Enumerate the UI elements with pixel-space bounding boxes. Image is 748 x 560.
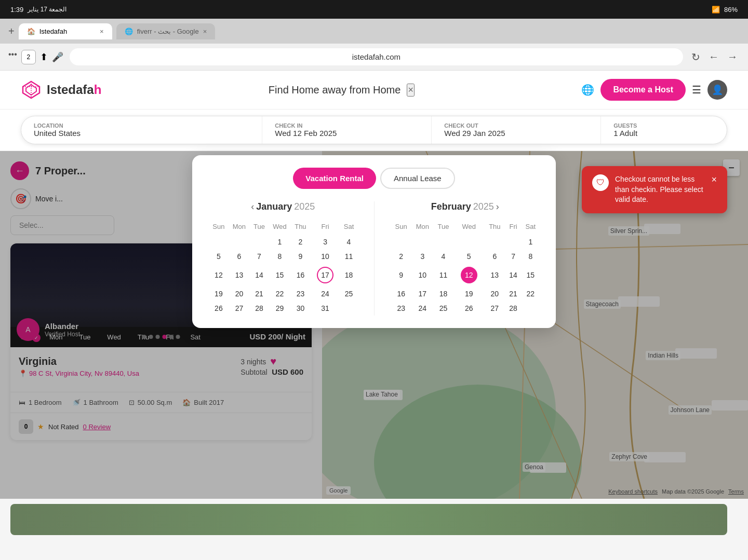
jan-d-1[interactable]: 1 [269, 235, 291, 249]
jan-d-6[interactable]: 6 [229, 249, 250, 264]
tab-count-btn[interactable]: 2 [21, 50, 36, 64]
jan-d-11[interactable]: 11 [340, 249, 357, 264]
feb-d-22[interactable]: 22 [522, 286, 539, 301]
vacation-rental-tab[interactable]: Vacation Rental [293, 168, 376, 189]
checkout-value: Wed 29 Jan 2025 [444, 129, 588, 138]
jan-d-4[interactable]: 4 [340, 235, 357, 249]
jan-d-8[interactable]: 8 [269, 249, 291, 264]
globe-btn[interactable]: 🌐 [581, 84, 594, 96]
feb-d-7[interactable]: 7 [504, 249, 522, 264]
shield-icon: 🛡 [596, 178, 605, 187]
feb-d-11[interactable]: 11 [434, 264, 453, 286]
jan-d-23[interactable]: 23 [291, 286, 310, 301]
share-btn[interactable]: ⬆ [40, 50, 48, 64]
jan-d-7[interactable]: 7 [250, 249, 269, 264]
menu-btn[interactable]: ☰ [692, 84, 701, 96]
jan-d-26[interactable]: 26 [209, 301, 229, 316]
feb-d-27[interactable]: 27 [485, 301, 504, 316]
jan-d-20[interactable]: 20 [229, 286, 250, 301]
january-calendar: ‹ January 2025 Sun Mon Tue Wed [209, 201, 357, 316]
feb-d-6[interactable]: 6 [485, 249, 504, 264]
feb-d-23[interactable]: 23 [391, 301, 411, 316]
jan-d-19[interactable]: 19 [209, 286, 229, 301]
feb-d-18[interactable]: 18 [434, 286, 453, 301]
jan-d-29[interactable]: 29 [269, 301, 291, 316]
feb-d-19[interactable]: 19 [453, 286, 485, 301]
february-year: 2025 [473, 201, 494, 212]
jan-d-10[interactable]: 10 [310, 249, 341, 264]
jan-d-2[interactable]: 2 [291, 235, 310, 249]
mic-btn[interactable]: 🎤 [52, 50, 63, 64]
jan-d-13[interactable]: 13 [229, 264, 250, 286]
jan-d-16[interactable]: 16 [291, 264, 310, 286]
checkout-field[interactable]: Check Out Wed 29 Jan 2025 [432, 116, 601, 144]
feb-d-21[interactable]: 21 [504, 286, 522, 301]
location-label: Location [34, 122, 249, 129]
feb-d-1[interactable]: 1 [522, 235, 539, 249]
feb-d-14[interactable]: 14 [504, 264, 522, 286]
january-body: 1 2 3 4 5 6 7 8 9 [209, 235, 357, 316]
jan-d-9[interactable]: 9 [291, 249, 310, 264]
jan-d-22[interactable]: 22 [269, 286, 291, 301]
feb-d-2[interactable]: 2 [391, 249, 411, 264]
jan-d-17[interactable]: 17 [310, 264, 341, 286]
status-left: 1:39 الجمعة 17 يناير [10, 6, 66, 13]
tab-fiverr[interactable]: 🌐 fiverr - بحث - Google × [116, 23, 216, 39]
jan-d-14[interactable]: 14 [250, 264, 269, 286]
feb-d-e3 [434, 235, 453, 249]
jan-d-28[interactable]: 28 [250, 301, 269, 316]
feb-d-e5 [485, 235, 504, 249]
feb-fri: Fri [504, 221, 522, 235]
feb-d-24[interactable]: 24 [411, 301, 434, 316]
new-tab-button[interactable]: + [8, 25, 15, 37]
forward-btn[interactable]: → [725, 49, 740, 65]
jan-d-24[interactable]: 24 [310, 286, 341, 301]
tab-close-btn[interactable]: × [100, 28, 104, 35]
feb-d-4[interactable]: 4 [434, 249, 453, 264]
jan-d-12[interactable]: 12 [209, 264, 229, 286]
tab-fiverr-close-btn[interactable]: × [203, 28, 207, 35]
feb-d-13[interactable]: 13 [485, 264, 504, 286]
feb-d-3[interactable]: 3 [411, 249, 434, 264]
become-host-btn[interactable]: Become a Host [600, 79, 686, 101]
jan-week-3: 12 13 14 15 16 17 18 [209, 264, 357, 286]
avatar-btn[interactable]: 👤 [707, 80, 727, 100]
checkin-field[interactable]: Check In Wed 12 Feb 2025 [262, 116, 432, 144]
jan-d-27[interactable]: 27 [229, 301, 250, 316]
feb-d-10[interactable]: 10 [411, 264, 434, 286]
header-close-btn[interactable]: × [407, 84, 415, 97]
bottom-area [0, 499, 748, 540]
guests-field[interactable]: Guests 1 Adult [601, 116, 727, 144]
feb-d-20[interactable]: 20 [485, 286, 504, 301]
feb-d-28[interactable]: 28 [504, 301, 522, 316]
feb-d-16[interactable]: 16 [391, 286, 411, 301]
next-month-btn[interactable]: › [496, 201, 499, 212]
prev-month-btn[interactable]: ‹ [251, 201, 254, 212]
back-btn[interactable]: ← [706, 49, 721, 65]
feb-d-12[interactable]: 12 [453, 264, 485, 286]
jan-d-15[interactable]: 15 [269, 264, 291, 286]
tab-icon: 🏠 [27, 28, 35, 35]
feb-d-15[interactable]: 15 [522, 264, 539, 286]
jan-d-30[interactable]: 30 [291, 301, 310, 316]
feb-d-8[interactable]: 8 [522, 249, 539, 264]
jan-d-18[interactable]: 18 [340, 264, 357, 286]
tab-istedafah[interactable]: 🏠 Istedafah × [19, 23, 112, 39]
feb-d-17[interactable]: 17 [411, 286, 434, 301]
toast-close-btn[interactable]: × [711, 174, 717, 185]
annual-lease-tab[interactable]: Annual Lease [380, 168, 455, 189]
feb-d-9[interactable]: 9 [391, 264, 411, 286]
address-input[interactable] [70, 48, 683, 65]
feb-d-25[interactable]: 25 [434, 301, 453, 316]
feb-d-26[interactable]: 26 [453, 301, 485, 316]
next-property-preview [10, 504, 727, 535]
jan-d-3[interactable]: 3 [310, 235, 341, 249]
jan-d-31[interactable]: 31 [310, 301, 341, 316]
location-field[interactable]: Location United States [21, 116, 262, 144]
jan-d-25[interactable]: 25 [340, 286, 357, 301]
dots-menu[interactable]: ••• [8, 50, 17, 64]
feb-d-5[interactable]: 5 [453, 249, 485, 264]
jan-d-21[interactable]: 21 [250, 286, 269, 301]
reload-btn[interactable]: ↻ [689, 49, 702, 65]
jan-d-5[interactable]: 5 [209, 249, 229, 264]
